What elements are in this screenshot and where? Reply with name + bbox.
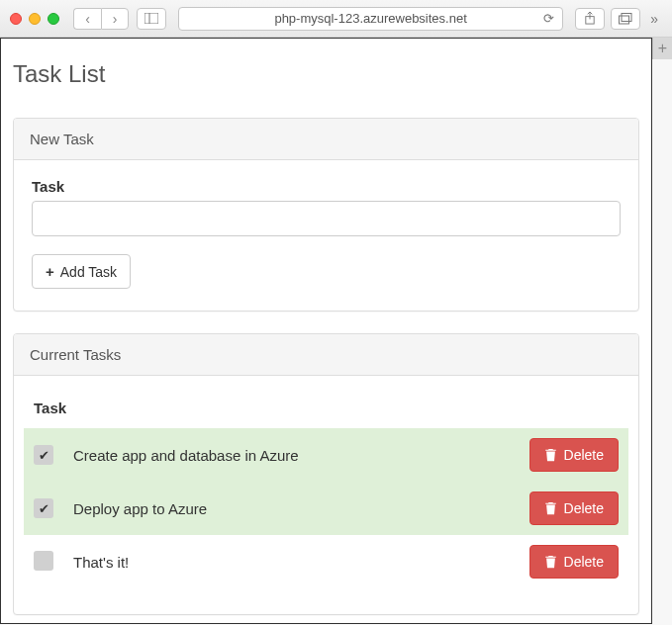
browser-toolbar: ‹ › php-mysql-123.azurewebsites.net ⟳ »	[0, 0, 672, 38]
tasks-table: Task ✔Create app and database in AzureDe…	[24, 390, 628, 588]
task-checkbox[interactable]	[34, 551, 53, 571]
task-label: Create app and database in Azure	[63, 428, 500, 482]
trash-icon	[544, 448, 557, 462]
new-task-panel: New Task Task + Add Task	[13, 118, 639, 312]
delete-label: Delete	[564, 554, 604, 570]
task-column-header: Task	[24, 390, 500, 428]
delete-button[interactable]: Delete	[529, 491, 619, 525]
close-window-icon[interactable]	[10, 13, 22, 25]
table-row: ✔Create app and database in AzureDelete	[24, 428, 628, 482]
trash-icon	[544, 555, 557, 569]
add-task-button[interactable]: + Add Task	[32, 254, 131, 289]
svg-rect-0	[144, 13, 158, 24]
share-button[interactable]	[575, 8, 605, 30]
delete-button[interactable]: Delete	[529, 438, 619, 472]
plus-icon: +	[46, 263, 54, 280]
url-text: php-mysql-123.azurewebsites.net	[274, 11, 466, 26]
window-controls	[10, 13, 59, 25]
sidebar-toggle-button[interactable]	[137, 8, 166, 30]
minimize-window-icon[interactable]	[29, 13, 41, 25]
tabs-button[interactable]	[611, 8, 640, 30]
svg-rect-4	[620, 16, 629, 24]
nav-buttons: ‹ ›	[73, 8, 129, 30]
back-button[interactable]: ‹	[73, 8, 101, 30]
page-title: Task List	[13, 60, 639, 88]
task-label: That's it!	[63, 535, 500, 588]
trash-icon	[544, 501, 557, 515]
more-icon[interactable]: »	[646, 11, 662, 27]
table-row: That's it!Delete	[24, 535, 628, 588]
table-row: ✔Deploy app to AzureDelete	[24, 482, 628, 535]
current-tasks-panel: Current Tasks Task ✔Create app and datab…	[13, 333, 639, 615]
maximize-window-icon[interactable]	[48, 13, 59, 25]
forward-button[interactable]: ›	[101, 8, 129, 30]
delete-button[interactable]: Delete	[529, 545, 619, 579]
task-label: Deploy app to Azure	[63, 482, 500, 535]
svg-rect-5	[622, 13, 631, 21]
task-checkbox[interactable]: ✔	[34, 498, 53, 518]
task-input[interactable]	[32, 201, 621, 236]
task-checkbox[interactable]: ✔	[34, 445, 53, 465]
address-bar[interactable]: php-mysql-123.azurewebsites.net ⟳	[178, 7, 563, 31]
new-task-heading: New Task	[14, 119, 638, 160]
task-field-label: Task	[32, 178, 621, 195]
add-task-label: Add Task	[60, 264, 117, 280]
reload-icon[interactable]: ⟳	[543, 11, 554, 26]
delete-label: Delete	[564, 447, 604, 463]
new-tab-button[interactable]: +	[652, 38, 672, 59]
current-tasks-heading: Current Tasks	[14, 334, 638, 376]
delete-label: Delete	[564, 500, 604, 516]
